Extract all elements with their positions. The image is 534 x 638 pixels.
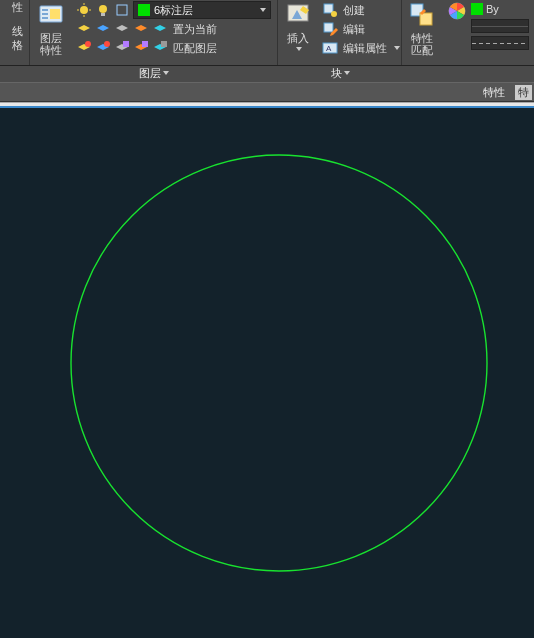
color-wheel-button[interactable] (447, 1, 467, 21)
layer-tool-icon-8[interactable] (114, 40, 130, 56)
sub-right-label: 特 (515, 85, 532, 100)
match-properties-label: 特性 匹配 (409, 31, 435, 57)
set-current-label[interactable]: 置为当前 (171, 22, 219, 36)
layer-tool-icon-6[interactable] (76, 40, 92, 56)
sun-icon[interactable] (76, 2, 92, 18)
svg-rect-11 (101, 13, 105, 16)
panel-blocks: 创建 编辑 A 编辑属性 (318, 0, 402, 65)
prop-linetype-field (471, 36, 529, 50)
block-edit-button[interactable]: 编辑 (322, 20, 367, 38)
create-block-icon (322, 2, 338, 18)
svg-point-5 (80, 6, 88, 14)
layer-tool-icon-7[interactable] (95, 40, 111, 56)
ribbon: 性 线 格 图层 特性 6标注层 (0, 0, 534, 66)
bulb-icon[interactable] (95, 2, 111, 18)
sub-ribbon: 特性 特 (0, 82, 534, 102)
match-properties-icon (408, 1, 436, 29)
svg-point-14 (104, 41, 110, 47)
insert-icon (284, 1, 312, 29)
layer-tool-icon-10[interactable] (152, 40, 168, 56)
svg-rect-1 (42, 9, 48, 11)
prop-linetype-row[interactable] (471, 35, 529, 51)
panel-title-props[interactable]: 特性 (483, 85, 505, 100)
block-edit-label: 编辑 (341, 22, 367, 36)
svg-rect-19 (324, 4, 333, 13)
drawing-circle[interactable] (71, 155, 487, 571)
layer-combo-name: 6标注层 (154, 3, 254, 18)
prop-lineweight-row[interactable] (471, 18, 529, 34)
svg-rect-21 (324, 23, 333, 32)
svg-rect-25 (420, 13, 432, 25)
svg-rect-12 (117, 5, 127, 15)
prop-lineweight-field (471, 19, 529, 33)
layer-properties-label: 图层 特性 (38, 31, 64, 57)
svg-text:A: A (326, 44, 332, 53)
match-properties-button[interactable]: 特性 匹配 (408, 0, 436, 65)
prop-color-label: By (486, 3, 499, 15)
panel-layers: 6标注层 置为当前 匹配图层 (72, 0, 278, 65)
leftedge-l1: 线 (4, 24, 25, 38)
layer-actions-row-1: 置为当前 (76, 20, 219, 38)
color-wheel-icon (447, 1, 467, 21)
svg-rect-15 (123, 41, 129, 47)
insert-label: 插入 (285, 31, 311, 45)
layer-tool-icon-4[interactable] (133, 21, 149, 37)
block-create-button[interactable]: 创建 (322, 1, 367, 19)
block-create-label: 创建 (341, 3, 367, 17)
panel-left-edge: 性 线 格 (0, 0, 30, 65)
layer-tool-icon-1[interactable] (76, 21, 92, 37)
square-icon[interactable] (114, 2, 130, 18)
svg-rect-3 (42, 17, 48, 19)
layer-properties-icon (37, 1, 65, 29)
match-layer-label[interactable]: 匹配图层 (171, 41, 219, 55)
chevron-down-icon (260, 8, 266, 12)
chevron-down-icon (394, 46, 400, 50)
leftedge-l2: 格 (4, 38, 25, 52)
panel-properties: By (442, 0, 534, 65)
insert-button[interactable]: 插入 (284, 0, 312, 65)
panel-insert: 插入 (278, 0, 318, 65)
svg-point-20 (331, 11, 337, 17)
svg-rect-2 (42, 13, 48, 15)
layer-properties-button[interactable]: 图层 特性 (37, 0, 65, 65)
canvas-svg (0, 108, 534, 638)
svg-rect-16 (142, 41, 148, 47)
panel-propmatch: 特性 匹配 (402, 0, 442, 65)
chevron-down-icon (296, 47, 302, 51)
block-edit-attr-label: 编辑属性 (341, 41, 389, 55)
panel-layer-props: 图层 特性 (30, 0, 72, 65)
svg-rect-4 (50, 9, 60, 19)
layer-tool-icon-3[interactable] (114, 21, 130, 37)
layer-tool-icon-5[interactable] (152, 21, 168, 37)
layer-combo-row: 6标注层 (76, 1, 271, 19)
layer-combo[interactable]: 6标注层 (133, 1, 271, 19)
edit-block-icon (322, 21, 338, 37)
svg-point-13 (85, 41, 91, 47)
prop-color-row[interactable]: By (471, 1, 529, 17)
chevron-down-icon (163, 71, 169, 75)
svg-rect-17 (161, 41, 167, 47)
layer-actions-row-2: 匹配图层 (76, 39, 219, 57)
layer-tool-icon-9[interactable] (133, 40, 149, 56)
panel-title-layers[interactable]: 图层 (139, 66, 161, 81)
layer-color-swatch (138, 4, 150, 16)
panel-title-blocks[interactable]: 块 (331, 66, 342, 81)
layer-tool-icon-2[interactable] (95, 21, 111, 37)
svg-point-10 (99, 5, 107, 13)
panel-titles-row: 图层 块 (0, 66, 534, 82)
chevron-down-icon (344, 71, 350, 75)
properties-fields: By (471, 1, 529, 51)
block-edit-attr-button[interactable]: A 编辑属性 (322, 39, 400, 57)
edit-attr-icon: A (322, 40, 338, 56)
drawing-canvas[interactable] (0, 108, 534, 638)
leftedge-title: 性 (4, 0, 25, 14)
panel-title-props-wrap (402, 66, 534, 80)
prop-color-swatch (471, 3, 483, 15)
